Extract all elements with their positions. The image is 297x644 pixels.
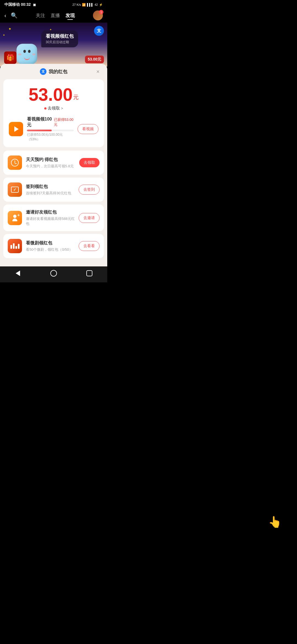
watch-video-button[interactable]: 看视频 (78, 124, 98, 134)
recent-nav-icon (86, 270, 92, 276)
video-task-title: 看视频领100元 (27, 116, 52, 128)
banner-title: 看视频领红包 (46, 33, 74, 39)
carrier-time: 中国移动 00:32 ▣ (4, 2, 36, 7)
status-icons: 27 K/s 📶 ▌▌▌ 42 ⚡ (72, 3, 103, 7)
signal-icon: ▌▌▌ (87, 3, 93, 6)
speed-indicator: 27 K/s (72, 3, 81, 6)
video-task-info: 看视频领100元 已获得53.00元 已获得53.00元/100.00元（53%… (27, 116, 74, 142)
video-task-title-row: 看视频领100元 已获得53.00元 (27, 116, 74, 128)
invite-shape: + (8, 211, 22, 225)
daily-appt-title: 天天预约 得红包 (26, 157, 75, 163)
star-decor: ✦ (8, 27, 12, 31)
gift-bag-icon: 🎁 (4, 51, 16, 64)
banner-bubble[interactable]: 看视频领红包 30天后活动过期 (41, 30, 78, 47)
clock-task-icon (8, 155, 22, 170)
checkin-shape: ✓ (11, 187, 19, 193)
home-nav-button[interactable] (47, 270, 61, 277)
drama-info: 看微剧领红包 看50个微剧，领红包（0/50） (26, 240, 75, 252)
top-nav: ‹ 🔍 关注 直播 发现 1 (0, 8, 107, 23)
clock-shape (11, 159, 19, 167)
progress-bar (27, 130, 74, 131)
invite-title: 邀请好友领红包 (26, 209, 75, 215)
modal-overlay: 支 我的红包 × 53.00元 去领取 > 看视频领100元 已获得53.00元 (0, 64, 107, 266)
battery-icon: ⚡ (99, 3, 103, 7)
status-bar: 中国移动 00:32 ▣ 27 K/s 📶 ▌▌▌ 42 ⚡ (0, 0, 107, 8)
checkin-task-icon: ✓ (8, 182, 22, 197)
collect-arrow: > (61, 106, 63, 110)
video-task-icon (9, 122, 23, 136)
list-item-daily-appt: 天天预约 得红包 今天预约，次日最高可领5.8元 去领取 (3, 151, 104, 175)
drama-title: 看微剧领红包 (26, 240, 75, 246)
amount-display: 53.00元 (9, 86, 98, 103)
list-item-drama: 看微剧领红包 看50个微剧，领红包（0/50） 去看看 (3, 234, 104, 258)
checkin-button[interactable]: 去签到 (79, 185, 100, 195)
daily-appt-info: 天天预约 得红包 今天预约，次日最高可领5.8元 (26, 157, 75, 169)
home-nav-icon (50, 270, 57, 277)
modal-header: 支 我的红包 × (0, 64, 107, 79)
drama-shape (10, 243, 20, 249)
checkin-title: 签到领红包 (26, 184, 75, 190)
alipay-icon: 支 (40, 68, 46, 75)
progress-fill (27, 130, 52, 131)
drama-task-icon (8, 239, 22, 253)
invite-subtitle: 邀请好友看视频最高得588元红包 (26, 216, 75, 226)
list-item-invite: + 邀请好友领红包 邀请好友看视频最高得588元红包 去邀请 (3, 204, 104, 231)
close-button[interactable]: × (94, 68, 102, 75)
back-nav-button[interactable] (11, 270, 25, 277)
video-task-progress-text: 已获得53.00元/100.00元（53%） (27, 132, 74, 142)
list-item-checkin: ✓ 签到领红包 连续签到7天最高得30元红包 去签到 (3, 178, 104, 202)
video-task-earned: 已获得53.00元 (54, 117, 74, 127)
daily-appt-subtitle: 今天预约，次日最高可领5.8元 (26, 164, 75, 169)
star-decor2: ✦ (3, 34, 5, 37)
mascot (16, 44, 37, 64)
drama-button[interactable]: 去看看 (79, 241, 100, 251)
wifi-icon: 📶 (82, 3, 86, 7)
nav-left: ‹ 🔍 (4, 12, 18, 19)
banner: ✦ ✦ ✦ 🎁 看视频领红包 30天后活动过期 53.00元 支 (0, 23, 107, 67)
back-nav-icon (16, 271, 20, 276)
recent-nav-button[interactable] (82, 270, 96, 277)
invite-info: 邀请好友领红包 邀请好友看视频最高得588元红包 (26, 209, 75, 226)
alipay-banner-icon: 支 (94, 26, 104, 36)
daily-appt-button[interactable]: 去领取 (79, 158, 100, 167)
tab-discover[interactable]: 发现 (65, 12, 75, 19)
back-button[interactable]: ‹ (4, 12, 6, 19)
battery-level: 42 (95, 3, 98, 6)
checkin-info: 签到领红包 连续签到7天最高得30元红包 (26, 184, 75, 196)
banner-subtitle: 30天后活动过期 (46, 40, 74, 45)
collect-link[interactable]: 去领取 > (9, 106, 98, 111)
main-card: 53.00元 去领取 > 看视频领100元 已获得53.00元 (3, 79, 104, 147)
tab-live[interactable]: 直播 (51, 12, 60, 19)
amount-unit: 元 (73, 94, 79, 100)
collect-dot (44, 107, 46, 110)
play-icon (14, 126, 19, 132)
amount-number: 53.00 (29, 85, 73, 105)
bottom-nav (0, 266, 107, 282)
modal-title: 支 我的红包 (40, 68, 67, 75)
invite-task-icon: + (8, 211, 22, 225)
invite-button[interactable]: 去邀请 (79, 213, 100, 223)
search-icon[interactable]: 🔍 (11, 12, 18, 19)
drama-subtitle: 看50个微剧，领红包（0/50） (26, 247, 75, 252)
avatar-container: 1 (93, 10, 103, 20)
checkin-subtitle: 连续签到7天最高得30元红包 (26, 191, 75, 196)
nav-center: 关注 直播 发现 (18, 12, 93, 19)
video-task-row: 看视频领100元 已获得53.00元 已获得53.00元/100.00元（53%… (9, 116, 98, 142)
banner-amount-badge: 53.00元 (85, 56, 104, 63)
list-items: 天天预约 得红包 今天预约，次日最高可领5.8元 去领取 ✓ 签到领红包 连续签… (0, 151, 107, 258)
tab-follow[interactable]: 关注 (36, 12, 45, 19)
notification-badge: 1 (99, 10, 103, 14)
